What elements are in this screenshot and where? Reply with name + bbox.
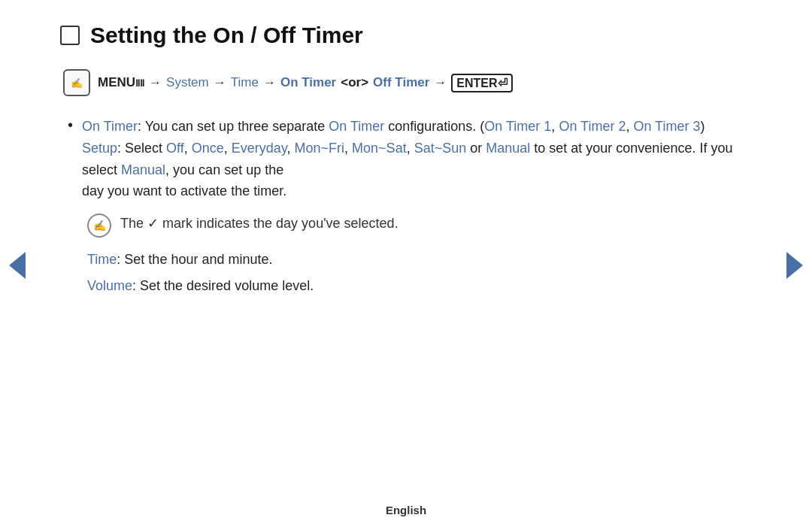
menu-off-timer: Off Timer: [373, 75, 429, 90]
prev-page-arrow[interactable]: [9, 252, 26, 279]
note-checkmark: ✓: [147, 216, 159, 231]
volume-label: Volume: [87, 278, 132, 293]
time-text: : Set the hour and minute.: [117, 252, 272, 267]
content-area: • On Timer: You can set up three separat…: [60, 116, 752, 297]
bullet-item-ontimer: • On Timer: You can set up three separat…: [68, 116, 752, 202]
note-icon: ✍: [87, 214, 111, 238]
bullet-text: On Timer: You can set up three separate …: [82, 116, 752, 202]
next-page-arrow[interactable]: [786, 252, 803, 279]
note-row: ✍ The ✓ mark indicates the day you've se…: [87, 213, 752, 238]
arrow-4: →: [434, 75, 447, 90]
note-post: mark indicates the day you've selected.: [159, 216, 398, 231]
comma2: ,: [626, 119, 633, 134]
on-timer-label2: On Timer: [329, 119, 384, 134]
option-once: Once: [192, 141, 224, 156]
sep2: ,: [224, 141, 232, 156]
option-manual2: Manual: [121, 162, 165, 177]
menu-hand-icon: ✍: [63, 69, 90, 96]
title-row: Setting the On / Off Timer: [60, 23, 752, 48]
arrow-3: →: [263, 75, 276, 90]
checkbox-icon: [60, 26, 80, 45]
time-line: Time: Set the hour and minute.: [87, 248, 752, 271]
time-label: Time: [87, 252, 117, 267]
menu-or-label: <or>: [341, 75, 368, 90]
option-monfri: Mon~Fri: [295, 141, 345, 156]
bullet-dot: •: [68, 117, 73, 134]
setup-text1: : Select: [117, 141, 166, 156]
option-off: Off: [166, 141, 184, 156]
page-container: Setting the On / Off Timer ✍ MENUⅡⅡ → Sy…: [0, 0, 812, 530]
note-text: The ✓ mark indicates the day you've sele…: [120, 213, 398, 235]
option-everyday: Everyday: [232, 141, 287, 156]
menu-time: Time: [231, 75, 259, 90]
on-timer-3: On Timer 3: [633, 119, 700, 134]
on-timer-2: On Timer 2: [559, 119, 626, 134]
setup-label: Setup: [82, 141, 117, 156]
menu-text: MENUⅡⅡ: [98, 75, 144, 90]
page-title: Setting the On / Off Timer: [90, 23, 363, 48]
setup-text2: or: [466, 141, 486, 156]
sep4: ,: [344, 141, 352, 156]
sep3: ,: [287, 141, 295, 156]
option-manual: Manual: [486, 141, 530, 156]
setup-text5: day you want to activate the timer.: [82, 183, 286, 198]
volume-line: Volume: Set the desired volume level.: [87, 274, 752, 298]
sep5: ,: [407, 141, 414, 156]
footer-language: English: [386, 504, 426, 516]
option-monsat: Mon~Sat: [352, 141, 407, 156]
on-timer-1: On Timer 1: [484, 119, 551, 134]
menu-system: System: [166, 75, 209, 90]
sep1: ,: [184, 141, 192, 156]
arrow-1: →: [149, 75, 162, 90]
arrow-2: →: [214, 75, 226, 90]
on-timer-label: On Timer: [82, 119, 138, 134]
menu-on-timer: On Timer: [280, 75, 336, 90]
note-pre: The: [120, 216, 147, 231]
option-satsun: Sat~Sun: [414, 141, 467, 156]
menu-path: ✍ MENUⅡⅡ → System → Time → On Timer <or>…: [63, 69, 752, 96]
setup-text4: , you can set up the: [165, 162, 283, 177]
volume-text: : Set the desired volume level.: [132, 278, 314, 293]
on-timer-text2: configurations. (: [384, 119, 484, 134]
paren-close: ): [700, 119, 704, 134]
comma1: ,: [551, 119, 559, 134]
on-timer-text1: : You can set up three separate: [138, 119, 329, 134]
enter-icon: ENTER⏎: [451, 74, 512, 92]
